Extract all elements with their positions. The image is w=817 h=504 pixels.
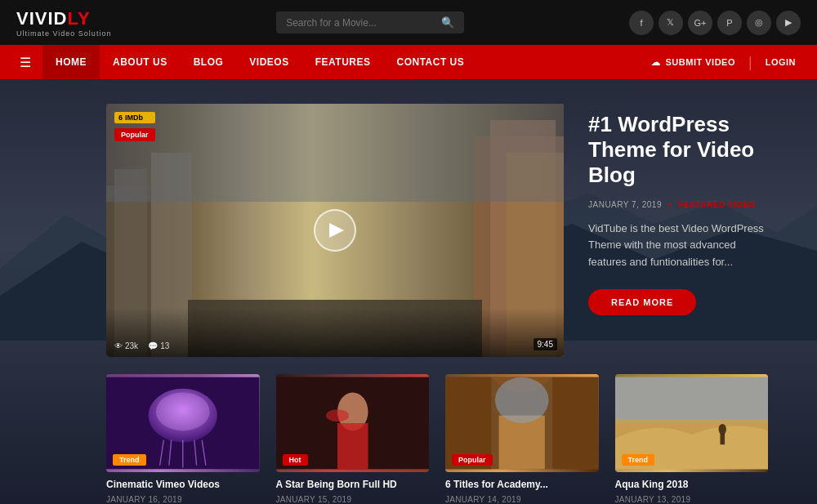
nav-item-features[interactable]: FEATURES <box>302 45 384 79</box>
svg-point-12 <box>156 393 210 431</box>
card-thumb-0: Trend <box>106 374 260 472</box>
video-duration: 9:45 <box>534 338 557 350</box>
meta-dot: • <box>668 200 672 209</box>
nav-item-contact[interactable]: CONTACT US <box>383 45 477 79</box>
featured-tag: FEATURED VIDEO <box>678 200 756 209</box>
imdb-score: 6 <box>118 114 123 122</box>
read-more-button[interactable]: READ MORE <box>588 289 696 315</box>
featured-title: #1 WordPress Theme for Video Blog <box>588 112 768 189</box>
svg-rect-27 <box>499 416 545 470</box>
card-badge-2: Popular <box>452 454 493 466</box>
svg-point-22 <box>325 410 348 422</box>
featured-date: JANUARY 7, 2019 <box>588 200 662 209</box>
main-video-card[interactable]: 6 IMDb Popular 👁 23k 💬 13 9:45 <box>106 104 564 357</box>
svg-rect-9 <box>106 104 564 202</box>
logo-subtitle: Ultimate Video Solution <box>16 29 111 38</box>
logo: VIVIDLY Ultimate Video Solution <box>16 8 111 38</box>
imdb-label: IMDb <box>125 114 143 122</box>
views-stat: 👁 23k <box>114 341 138 350</box>
card-title-0: Cinematic Vimeo Videos <box>106 479 260 492</box>
card-date-3: JANUARY 13, 2019 <box>615 495 769 504</box>
comments-count: 13 <box>160 341 169 350</box>
card-date-2: JANUARY 14, 2019 <box>445 495 599 504</box>
bottom-video-cards: Trend Cinematic Vimeo Videos JANUARY 16,… <box>106 374 768 504</box>
video-card-0[interactable]: Trend Cinematic Vimeo Videos JANUARY 16,… <box>106 374 260 504</box>
social-instagram[interactable]: ◎ <box>747 11 771 35</box>
hero-section: 6 IMDb Popular 👁 23k 💬 13 9:45 <box>0 79 817 504</box>
card-title-1: A Star Being Born Full HD <box>276 479 430 492</box>
card-thumb-3: Trend <box>615 374 769 472</box>
nav-item-videos[interactable]: VIDEOS <box>236 45 301 79</box>
header: VIVIDLY Ultimate Video Solution 🔍 f 𝕏 G+… <box>0 0 817 45</box>
nav-item-about[interactable]: ABOUT US <box>100 45 181 79</box>
social-googleplus[interactable]: G+ <box>688 11 712 35</box>
views-count: 23k <box>125 341 138 350</box>
nav-right: ☁ SUBMIT VIDEO | LOGIN <box>638 45 809 79</box>
video-card-2[interactable]: Popular 6 Titles for Academy... JANUARY … <box>445 374 599 504</box>
card-badge-3: Trend <box>622 454 655 466</box>
login-button[interactable]: LOGIN <box>752 45 809 79</box>
svg-point-28 <box>495 377 549 423</box>
card-thumb-1: Hot <box>276 374 430 472</box>
search-bar[interactable]: 🔍 <box>276 11 464 33</box>
video-card-3[interactable]: Trend Aqua King 2018 JANUARY 13, 2019 <box>615 374 769 504</box>
search-input[interactable] <box>286 17 441 29</box>
comments-stat: 💬 13 <box>148 341 169 350</box>
social-facebook[interactable]: f <box>629 11 654 35</box>
svg-rect-26 <box>552 377 598 470</box>
navbar: ☰ HOME ABOUT US BLOG VIDEOS FEATURES CON… <box>0 45 817 79</box>
card-title-3: Aqua King 2018 <box>615 479 769 492</box>
card-title-2: 6 Titles for Academy... <box>445 479 599 492</box>
nav-item-home[interactable]: HOME <box>42 45 100 79</box>
video-overlay <box>106 308 564 357</box>
card-badge-0: Trend <box>113 454 146 466</box>
imdb-badge: 6 IMDb <box>114 112 155 123</box>
logo-text-part1: VIVID <box>16 8 67 29</box>
card-date-1: JANUARY 15, 2019 <box>276 495 430 504</box>
social-pinterest[interactable]: P <box>717 11 742 35</box>
play-icon <box>329 223 344 238</box>
main-video-section: 6 IMDb Popular 👁 23k 💬 13 9:45 <box>106 104 768 357</box>
social-twitter[interactable]: 𝕏 <box>659 11 683 35</box>
svg-rect-30 <box>615 377 769 423</box>
svg-rect-21 <box>337 423 368 469</box>
svg-point-32 <box>718 424 725 435</box>
social-icons: f 𝕏 G+ P ◎ ▶ <box>629 11 801 35</box>
search-icon: 🔍 <box>441 16 454 29</box>
submit-video-button[interactable]: ☁ SUBMIT VIDEO <box>638 45 748 79</box>
video-card-1[interactable]: Hot A Star Being Born Full HD JANUARY 15… <box>276 374 430 504</box>
comment-icon: 💬 <box>148 341 158 350</box>
eye-icon: 👁 <box>114 341 123 350</box>
video-badges: 6 IMDb Popular <box>114 112 155 141</box>
featured-description: VidTube is the best Video WordPress Them… <box>588 221 768 271</box>
video-stats: 👁 23k 💬 13 <box>114 341 169 350</box>
play-button[interactable] <box>314 209 356 252</box>
card-date-0: JANUARY 16, 2019 <box>106 495 260 504</box>
logo-text-part2: LY <box>67 8 90 29</box>
svg-rect-33 <box>720 435 725 445</box>
featured-meta: JANUARY 7, 2019 • FEATURED VIDEO <box>588 200 768 209</box>
hamburger-menu[interactable]: ☰ <box>8 55 42 70</box>
social-youtube[interactable]: ▶ <box>776 11 801 35</box>
popular-badge: Popular <box>114 128 155 141</box>
card-badge-1: Hot <box>283 454 308 466</box>
nav-items: HOME ABOUT US BLOG VIDEOS FEATURES CONTA… <box>42 45 638 79</box>
submit-video-label: SUBMIT VIDEO <box>666 57 735 67</box>
nav-item-blog[interactable]: BLOG <box>181 45 237 79</box>
featured-info: #1 WordPress Theme for Video Blog JANUAR… <box>588 104 768 315</box>
cloud-upload-icon: ☁ <box>651 57 661 68</box>
card-thumb-2: Popular <box>445 374 599 472</box>
